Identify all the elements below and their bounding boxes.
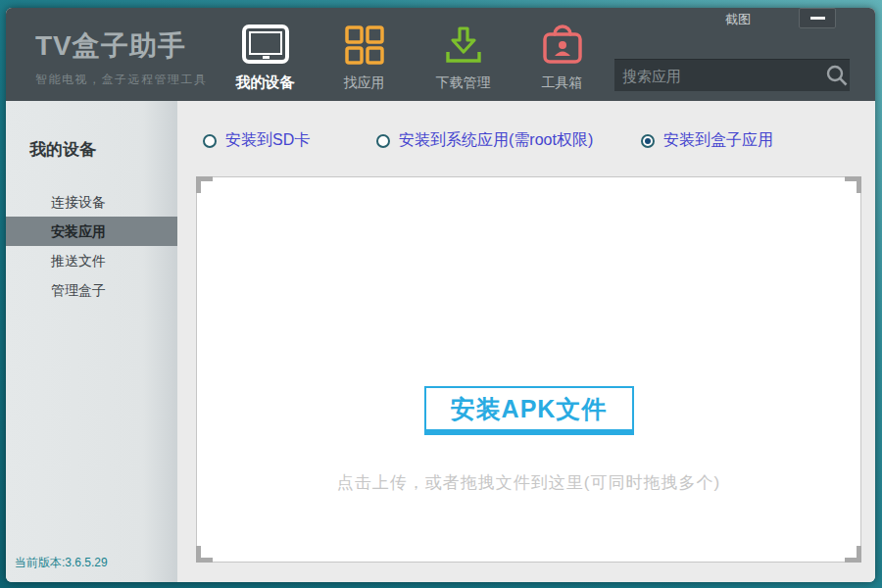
minimize-button[interactable] (799, 8, 836, 28)
dropzone-corner (845, 546, 861, 563)
app-title: TV盒子助手 (35, 27, 208, 65)
radio-option-box-app[interactable]: 安装到盒子应用 (641, 130, 773, 151)
radio-label: 安装到盒子应用 (663, 130, 773, 151)
nav-label: 找应用 (344, 74, 385, 92)
sidebar-item-install-app[interactable]: 安装应用 (6, 217, 177, 246)
search-input[interactable] (614, 68, 825, 84)
radio-option-system-app[interactable]: 安装到系统应用(需root权限) (376, 130, 593, 151)
nav-item-my-devices[interactable]: 我的设备 (216, 18, 315, 98)
radio-option-sd-card[interactable]: 安装到SD卡 (203, 130, 310, 151)
search-icon[interactable] (825, 64, 849, 87)
sidebar-item-connect-device[interactable]: 连接设备 (6, 187, 177, 217)
nav-item-toolbox[interactable]: 工具箱 (513, 18, 612, 98)
radio-icon-checked (641, 134, 655, 148)
radio-icon (376, 134, 390, 148)
apps-grid-icon (344, 20, 385, 71)
minimize-icon (810, 17, 825, 20)
dropzone-hint: 点击上传，或者拖拽文件到这里(可同时拖拽多个) (197, 471, 860, 494)
app-header: TV盒子助手 智能电视，盒子远程管理工具 我的设备 (6, 8, 875, 101)
dropzone-corner (845, 176, 861, 193)
nav-item-download-manager[interactable]: 下载管理 (414, 18, 513, 98)
dropzone-corner (196, 546, 213, 563)
dropzone-corner (196, 176, 213, 193)
toolbox-icon (540, 20, 585, 71)
install-apk-button[interactable]: 安装APK文件 (424, 386, 634, 435)
nav-label: 下载管理 (436, 74, 491, 92)
sidebar-title: 我的设备 (29, 138, 177, 161)
version-label: 当前版本:3.6.5.29 (15, 555, 108, 571)
sidebar-item-push-file[interactable]: 推送文件 (6, 246, 177, 275)
apk-dropzone[interactable]: 安装APK文件 点击上传，或者拖拽文件到这里(可同时拖拽多个) (196, 176, 861, 563)
main-panel: 安装到SD卡 安装到系统应用(需root权限) 安装到盒子应用 安装APK文件 … (177, 101, 875, 582)
radio-label: 安装到系统应用(需root权限) (399, 130, 593, 151)
app-subtitle: 智能电视，盒子远程管理工具 (35, 72, 208, 88)
nav-item-find-apps[interactable]: 找应用 (315, 18, 414, 98)
app-window: TV盒子助手 智能电视，盒子远程管理工具 我的设备 (6, 8, 875, 582)
sidebar-menu: 连接设备 安装应用 推送文件 管理盒子 (6, 187, 177, 305)
nav-label: 工具箱 (542, 74, 583, 92)
app-logo: TV盒子助手 智能电视，盒子远程管理工具 (35, 27, 208, 88)
screenshot-button[interactable]: 截图 (725, 11, 751, 28)
sidebar-item-manage-box[interactable]: 管理盒子 (6, 275, 177, 305)
search-box (614, 59, 850, 91)
desktop: { "window": { "title_bar": { "screenshot… (0, 0, 882, 588)
nav-label: 我的设备 (236, 74, 295, 92)
radio-label: 安装到SD卡 (225, 130, 310, 151)
download-icon (442, 20, 485, 71)
install-target-options: 安装到SD卡 安装到系统应用(需root权限) 安装到盒子应用 (177, 130, 875, 154)
main-nav: 我的设备 找应用 (216, 18, 612, 98)
sidebar: 我的设备 连接设备 安装应用 推送文件 管理盒子 当前版本:3.6.5.29 (6, 101, 177, 582)
radio-icon (203, 134, 217, 148)
content-row: 我的设备 连接设备 安装应用 推送文件 管理盒子 当前版本:3.6.5.29 安… (6, 101, 875, 582)
monitor-icon (241, 19, 290, 70)
